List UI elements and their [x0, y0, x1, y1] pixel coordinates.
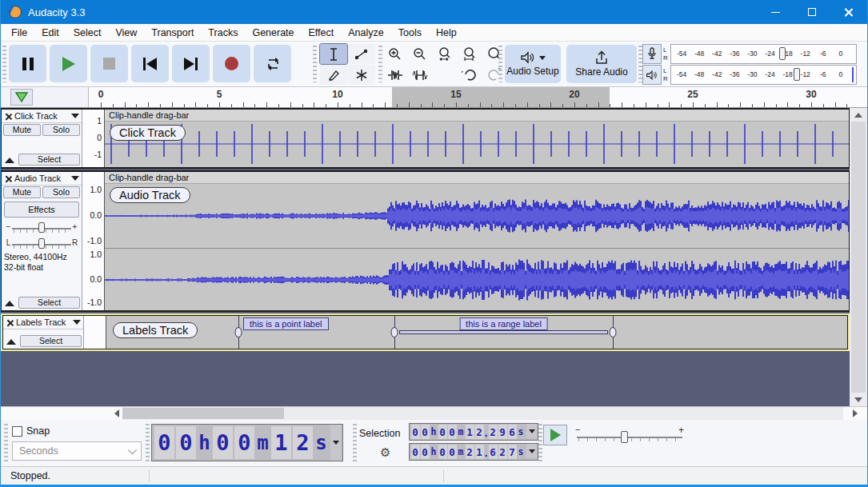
time-digit[interactable]: 1 — [466, 425, 474, 439]
clip-drag-bar[interactable]: Clip-handle drag-bar — [105, 172, 849, 184]
selection-end-field[interactable]: 00h00m21.627s — [409, 443, 538, 461]
menu-tracks[interactable]: Tracks — [201, 25, 245, 41]
track-menu-arrow-icon[interactable] — [71, 114, 79, 118]
time-grabber[interactable] — [146, 424, 150, 462]
time-digit[interactable]: 2 — [475, 425, 484, 439]
pinned-play-head-button[interactable] — [10, 89, 33, 106]
range-label-bar[interactable] — [399, 330, 608, 334]
minimize-button[interactable] — [757, 0, 794, 24]
menu-analyze[interactable]: Analyze — [341, 25, 390, 41]
audio-waveform-right[interactable] — [105, 249, 849, 310]
time-digit[interactable]: 0 — [234, 426, 254, 459]
vertical-scrollbar[interactable] — [850, 108, 867, 406]
record-meter-button[interactable] — [642, 44, 662, 64]
time-digit[interactable]: 0 — [438, 425, 447, 439]
gain-slider[interactable] — [12, 222, 71, 233]
track-title[interactable]: Click Track — [14, 111, 69, 121]
scroll-right-button[interactable] — [849, 407, 861, 420]
close-track-button[interactable] — [2, 172, 14, 185]
maximize-button[interactable] — [794, 0, 830, 24]
loop-button[interactable] — [254, 45, 291, 82]
click-track-waveform[interactable]: Click Track — [105, 122, 849, 167]
time-digit[interactable]: 0 — [411, 425, 420, 439]
audio-waveform-left[interactable]: Audio Track — [105, 184, 849, 248]
solo-button[interactable]: Solo — [42, 186, 80, 198]
time-digit[interactable]: 2 — [489, 425, 498, 439]
time-format-dropdown[interactable] — [526, 424, 537, 438]
gear-icon[interactable]: ⚙ — [380, 446, 390, 458]
audio-setup-button[interactable]: Audio Setup — [505, 45, 561, 83]
pause-button[interactable] — [9, 45, 46, 82]
close-track-button[interactable] — [2, 110, 14, 122]
scroll-left-button[interactable] — [110, 407, 122, 420]
play-button[interactable] — [50, 45, 87, 82]
menu-help[interactable]: Help — [429, 25, 464, 41]
playback-meter-button[interactable] — [642, 65, 662, 85]
clip-name-badge[interactable]: Click Track — [110, 125, 186, 141]
redo-button[interactable] — [482, 65, 506, 85]
speed-slider-thumb[interactable] — [621, 431, 628, 443]
solo-button[interactable]: Solo — [42, 124, 80, 136]
horizontal-scrollbar-track[interactable] — [122, 407, 843, 420]
clip-drag-bar[interactable]: Clip-handle drag-bar — [105, 110, 849, 122]
menu-select[interactable]: Select — [66, 25, 109, 41]
time-digit[interactable]: 1 — [475, 445, 484, 459]
time-digit[interactable]: 7 — [508, 445, 517, 459]
time-format-dropdown[interactable] — [330, 425, 341, 461]
time-digit[interactable]: 0 — [421, 425, 430, 439]
draw-tool-button[interactable] — [320, 65, 347, 85]
multi-tool-button[interactable] — [348, 65, 375, 85]
setup-grabber[interactable] — [498, 46, 502, 82]
skip-to-start-button[interactable] — [131, 45, 169, 82]
click-track-vertical-ruler[interactable]: 1 0 -1 — [82, 110, 105, 167]
track-menu-arrow-icon[interactable] — [73, 320, 81, 325]
share-audio-button[interactable]: Share Audio — [566, 45, 637, 83]
track-title[interactable]: Labels Track — [16, 317, 70, 327]
horizontal-scrollbar[interactable] — [1, 406, 867, 420]
playback-meter-scale[interactable]: -54-48-42-36-30-24-18-12-60 — [670, 65, 857, 85]
point-label-text[interactable]: this is a point label — [243, 317, 329, 330]
time-digit[interactable]: 1 — [271, 426, 291, 459]
track-title[interactable]: Audio Track — [14, 174, 69, 183]
menu-effect[interactable]: Effect — [302, 25, 342, 41]
record-meter-scale[interactable]: -54-48-42-36-30-24-18-12-60 — [670, 44, 857, 64]
mute-button[interactable]: Mute — [3, 186, 41, 198]
fit-selection-button[interactable] — [433, 44, 457, 64]
selection-grabber[interactable] — [353, 424, 357, 462]
menu-view[interactable]: View — [108, 25, 144, 41]
trim-outside-selection-button[interactable] — [383, 65, 407, 85]
effects-button[interactable]: Effects — [4, 202, 79, 218]
time-digit[interactable]: 0 — [421, 445, 430, 459]
time-digit[interactable]: 0 — [213, 426, 233, 459]
time-digit[interactable]: 6 — [489, 445, 498, 459]
time-digit[interactable]: 0 — [438, 445, 447, 459]
time-digit[interactable]: 0 — [154, 426, 174, 459]
snap-grabber[interactable] — [4, 424, 8, 462]
skip-to-end-button[interactable] — [172, 45, 210, 82]
menu-generate[interactable]: Generate — [245, 25, 301, 41]
time-digit[interactable]: 0 — [411, 445, 420, 459]
horizontal-scrollbar-thumb[interactable] — [122, 408, 284, 419]
scroll-down-button[interactable] — [850, 393, 867, 406]
track-menu-arrow-icon[interactable] — [71, 176, 79, 181]
time-digit[interactable]: 0 — [448, 445, 457, 459]
playback-gain-slider[interactable] — [794, 68, 800, 81]
toolbar-grabber[interactable] — [2, 46, 6, 82]
collapse-track-button[interactable] — [3, 298, 16, 309]
menu-transport[interactable]: Transport — [144, 25, 201, 41]
play-at-speed-button[interactable] — [543, 425, 567, 445]
labels-track-content[interactable]: Labels Track this is a point labelthis i… — [106, 316, 847, 349]
range-label-start-handle[interactable] — [391, 327, 398, 337]
time-digit[interactable]: 2 — [293, 426, 313, 459]
snap-checkbox[interactable] — [12, 426, 22, 437]
speed-grabber[interactable] — [538, 424, 542, 462]
mute-button[interactable]: Mute — [3, 124, 41, 136]
vertical-scrollbar-thumb[interactable] — [851, 122, 866, 393]
time-digit[interactable]: 2 — [498, 445, 507, 459]
fit-project-button[interactable] — [458, 44, 482, 64]
time-digit[interactable]: 9 — [498, 425, 507, 439]
stop-button[interactable] — [90, 45, 128, 82]
silence-selection-button[interactable] — [408, 65, 432, 85]
undo-button[interactable] — [458, 65, 482, 85]
clip-name-badge[interactable]: Labels Track — [113, 322, 198, 338]
